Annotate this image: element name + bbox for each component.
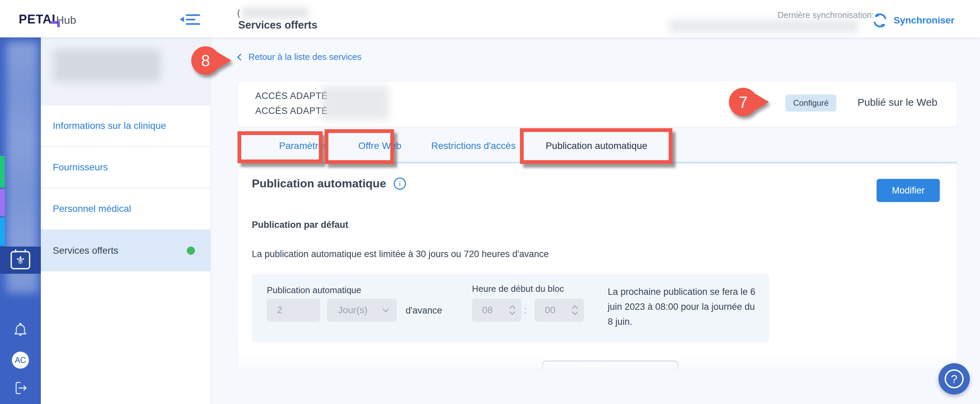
sidebar-item-label: Personnel médical — [53, 203, 131, 214]
service-tab-bar: Paramètres Offre Web Restrictions d'accè… — [238, 130, 957, 163]
sidebar-item-label: Informations sur la clinique — [53, 120, 166, 131]
chevron-down-icon — [509, 309, 515, 315]
sync-icon — [871, 11, 889, 29]
minute-stepper[interactable]: 00 — [535, 299, 584, 322]
clinic-name-block — [41, 37, 210, 105]
rail-item-quebec-services[interactable]: ⚜ — [0, 247, 41, 274]
service-header-card: ACCÉS ADAPTÉ ACCÉS ADAPTÉ Configuré Publ… — [238, 82, 957, 127]
sidebar-item-medical-staff[interactable]: Personnel médical — [41, 189, 210, 230]
page-title: Services offerts — [238, 19, 318, 31]
configured-indicator-dot — [187, 247, 195, 255]
stepper-arrows-icon[interactable] — [573, 306, 577, 314]
publication-title-row: Publication automatique i — [252, 177, 406, 190]
sidebar-collapse-icon[interactable] — [180, 14, 204, 26]
published-web-status: Publié sur le Web — [858, 97, 937, 108]
publication-form-panel: Publication automatique 2 Jour(s) d'avan… — [252, 274, 769, 342]
app-root: PETAL Hub ( Services offerts Dernière sy… — [0, 0, 980, 404]
main-content: Retour à la liste des services ACCÉS ADA… — [211, 37, 980, 404]
question-mark-icon: ? — [945, 369, 964, 388]
modify-button[interactable]: Modifier — [877, 179, 940, 202]
sidebar-item-suppliers[interactable]: Fournisseurs — [41, 147, 210, 189]
notifications-bell-icon[interactable] — [11, 322, 29, 341]
back-to-services-link[interactable]: Retour à la liste des services — [238, 52, 361, 62]
redacted-service-code — [242, 7, 309, 19]
publication-title: Publication automatique — [252, 177, 386, 190]
block-start-label: Heure de début du bloc — [472, 284, 564, 294]
tab-restrictions-acces[interactable]: Restrictions d'accès — [431, 130, 515, 162]
advance-unit-value: Jour(s) — [338, 305, 368, 315]
next-publication-note: La prochaine publication se fera le 6 ju… — [608, 284, 761, 329]
redacted-clinic-name — [53, 49, 161, 82]
sidebar-item-label: Fournisseurs — [53, 162, 108, 173]
synchronize-label: Synchroniser — [894, 15, 955, 26]
fleur-de-lis-icon: ⚜ — [11, 251, 30, 269]
auto-publication-label: Publication automatique — [267, 285, 361, 296]
back-link-label: Retour à la liste des services — [248, 52, 361, 62]
chevron-left-icon — [237, 54, 244, 60]
configured-badge: Configuré — [785, 95, 837, 111]
icon-rail: ⚜ AC — [0, 37, 41, 404]
chevron-down-icon — [382, 306, 388, 312]
tab-publication-automatique[interactable]: Publication automatique — [546, 130, 647, 162]
info-icon[interactable]: i — [394, 177, 406, 190]
tab-offre-web[interactable]: Offre Web — [358, 130, 401, 162]
redacted-service-names — [321, 86, 389, 120]
sidebar-item-clinic-info[interactable]: Informations sur la clinique — [41, 105, 210, 147]
service-title-line1: ACCÉS ADAPTÉ — [255, 89, 328, 103]
default-publication-subtitle: Publication par défaut — [252, 220, 348, 230]
rail-strip-cyan — [0, 218, 5, 246]
rail-strip-green — [0, 156, 5, 188]
hour-value: 08 — [482, 305, 493, 315]
sidebar-item-label: Services offerts — [53, 245, 118, 256]
synchronize-button[interactable]: Synchroniser — [871, 10, 955, 31]
chevron-down-icon — [572, 309, 578, 315]
page-pretitle-fragment: ( — [237, 8, 240, 18]
advance-suffix-label: d'avance — [406, 306, 442, 316]
time-separator: : — [524, 305, 527, 315]
stepper-arrows-icon[interactable] — [510, 306, 514, 314]
partial-card-top — [542, 360, 678, 369]
top-header: PETAL Hub ( Services offerts Dernière sy… — [0, 0, 980, 37]
sidebar-item-services-offered[interactable]: Services offerts — [41, 230, 210, 271]
advance-unit-select[interactable]: Jour(s) — [327, 299, 397, 322]
product-name: Hub — [56, 14, 76, 27]
service-titles: ACCÉS ADAPTÉ ACCÉS ADAPTÉ — [255, 89, 328, 118]
minute-value: 00 — [545, 305, 555, 315]
help-button[interactable]: ? — [939, 363, 970, 394]
redacted-sync-timestamp — [669, 20, 858, 33]
hour-stepper[interactable]: 08 — [472, 299, 521, 322]
advance-amount-input[interactable]: 2 — [267, 299, 320, 322]
logout-icon[interactable] — [12, 380, 29, 398]
tab-parametres[interactable]: Paramètres — [279, 130, 328, 162]
rail-strip-purple — [0, 189, 5, 216]
publication-card: Publication automatique i Modifier Publi… — [238, 165, 957, 369]
collapse-arrow-icon — [180, 17, 184, 22]
clinic-sidebar: Informations sur la clinique Fournisseur… — [41, 37, 211, 404]
user-avatar[interactable]: AC — [12, 352, 29, 369]
last-sync-label: Dernière synchronisation: — [778, 10, 874, 20]
publication-limit-text: La publication automatique est limitée à… — [252, 249, 549, 260]
service-title-line2: ACCÉS ADAPTÉ — [255, 103, 328, 118]
